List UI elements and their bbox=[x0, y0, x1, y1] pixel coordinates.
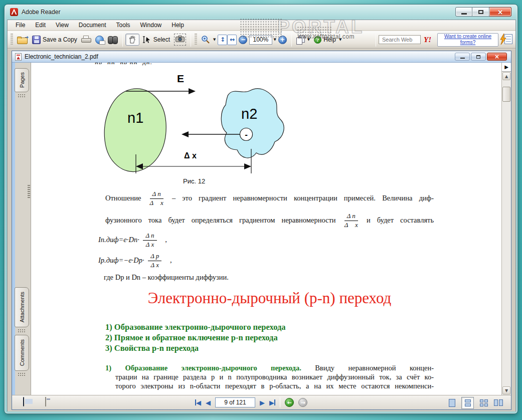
monitor-icon bbox=[23, 397, 24, 406]
continuous-view-icon bbox=[465, 399, 471, 406]
e-field-arrow-head bbox=[189, 88, 196, 94]
region-n1-blob bbox=[104, 89, 166, 172]
fit-height-button[interactable]: ↕ bbox=[218, 35, 227, 45]
menu-help[interactable]: Help bbox=[166, 20, 189, 30]
tab-attachments[interactable]: Attachments bbox=[15, 287, 29, 327]
fullscreen-mode-button[interactable] bbox=[23, 397, 24, 406]
menu-file[interactable]: File bbox=[11, 20, 30, 30]
print-button[interactable] bbox=[79, 35, 93, 45]
tab-pages[interactable]: Pages bbox=[15, 68, 29, 92]
electron-minus-sign: - bbox=[245, 130, 248, 139]
help-dropdown-icon[interactable]: ▼ bbox=[339, 38, 341, 42]
yahoo-icon[interactable]: Y! bbox=[424, 36, 431, 44]
adobe-reader-window: Adobe Reader × File Edit View Document T… bbox=[4, 4, 518, 414]
tab-grip bbox=[18, 372, 26, 377]
zoom-out-button[interactable]: − bbox=[237, 35, 249, 45]
zoom-tool-button[interactable]: ▼ bbox=[199, 34, 218, 45]
doc-minimize-button[interactable] bbox=[455, 53, 470, 61]
tab-grip bbox=[18, 94, 26, 98]
scroll-thumb[interactable] bbox=[502, 87, 510, 102]
article-next-button[interactable]: ▶ bbox=[502, 63, 511, 72]
tab-comments-label: Comments bbox=[19, 339, 25, 366]
snapshot-tool-button[interactable] bbox=[172, 33, 188, 47]
region-n1-label: n1 bbox=[127, 110, 143, 126]
paragraph-line: фузионного тока будет определяться гради… bbox=[105, 213, 434, 229]
title-bar[interactable]: Adobe Reader × bbox=[5, 5, 517, 20]
fit-width-button[interactable]: ↔ bbox=[227, 35, 237, 45]
select-label: Select bbox=[153, 36, 170, 43]
printer-icon bbox=[81, 36, 91, 44]
menu-window[interactable]: Window bbox=[135, 20, 167, 30]
zoom-tool-dropdown-icon[interactable]: ▼ bbox=[213, 38, 216, 42]
help-icon: ? bbox=[314, 36, 321, 44]
page-number-input[interactable] bbox=[215, 397, 255, 407]
diffusion-coefficients-note: где Dp и Dn – коэффициенты диффузии. bbox=[104, 273, 229, 282]
scroll-down-button[interactable]: ▼ bbox=[502, 386, 510, 394]
help-button[interactable]: ? Help ▼ bbox=[312, 35, 343, 45]
search-web-input[interactable] bbox=[379, 35, 421, 44]
tab-grip bbox=[18, 329, 26, 333]
toolbar-separator bbox=[191, 33, 191, 47]
continuous-facing-button[interactable] bbox=[480, 399, 488, 406]
snapshot-icon bbox=[174, 34, 186, 46]
formula-hole-diffusion: Ip.диф=−e·Dp· Δ pΔ x , bbox=[98, 253, 172, 269]
menu-document[interactable]: Document bbox=[74, 20, 111, 30]
facing-button[interactable] bbox=[494, 399, 503, 406]
close-icon: × bbox=[497, 8, 503, 16]
outline-item: 1) Образование электронно-дырочного пере… bbox=[105, 322, 286, 332]
help-label: Help bbox=[323, 36, 336, 43]
create-forms-link[interactable]: Want to create online forms? bbox=[437, 33, 498, 47]
email-icon bbox=[95, 36, 104, 44]
select-tool-icon bbox=[141, 36, 151, 44]
document-window: Electronic_technician_2.pdf × Pages bbox=[12, 51, 511, 410]
last-page-button[interactable]: ▶ bbox=[269, 399, 275, 406]
tab-comments[interactable]: Comments bbox=[15, 335, 29, 371]
drift-arrow-head bbox=[182, 131, 189, 137]
minimize-button[interactable] bbox=[455, 7, 472, 17]
menu-tools[interactable]: Tools bbox=[111, 20, 135, 30]
zoom-out-icon: − bbox=[239, 36, 247, 44]
maximize-button[interactable] bbox=[472, 7, 489, 17]
application-area: File Edit View Document Tools Window Hel… bbox=[7, 20, 516, 411]
page-display-dropdown-icon[interactable]: ▼ bbox=[307, 38, 310, 42]
doc-close-button[interactable]: × bbox=[487, 53, 507, 61]
zoom-level-combobox[interactable]: 100% ▼ bbox=[249, 35, 276, 45]
menu-edit[interactable]: Edit bbox=[30, 20, 51, 30]
select-tool-button[interactable]: Select bbox=[139, 35, 172, 45]
window-title: Adobe Reader bbox=[22, 9, 60, 16]
single-page-button[interactable] bbox=[449, 399, 455, 407]
zoom-level-value[interactable]: 100% bbox=[249, 35, 272, 45]
next-view-button[interactable]: → bbox=[298, 398, 307, 407]
doc-restore-button[interactable] bbox=[471, 53, 486, 61]
toolbar-grip[interactable] bbox=[195, 34, 197, 46]
document-title-bar[interactable]: Electronic_technician_2.pdf × bbox=[12, 51, 511, 63]
hide-toolbars-button[interactable] bbox=[45, 397, 46, 406]
pdf-page[interactable]: нв- нн- нв нн- дн. - bbox=[31, 63, 501, 395]
search-button[interactable] bbox=[106, 35, 120, 44]
toolbar-grip[interactable] bbox=[11, 34, 13, 46]
close-button[interactable]: × bbox=[489, 7, 511, 17]
hand-icon bbox=[128, 35, 137, 44]
next-page-button[interactable]: ▶ bbox=[260, 399, 265, 406]
save-a-copy-button[interactable]: Save a Copy bbox=[30, 35, 79, 45]
hand-tool-button[interactable] bbox=[125, 34, 139, 46]
previous-view-button[interactable]: ← bbox=[285, 398, 294, 407]
open-button[interactable]: ➔ bbox=[15, 35, 30, 45]
previous-page-button[interactable]: ◀ bbox=[206, 399, 211, 406]
continuous-facing-icon bbox=[480, 399, 488, 406]
create-forms-label: Want to create online forms? bbox=[440, 34, 496, 46]
section-title: Электронно-дырочный (p-n) переход bbox=[105, 289, 434, 307]
figure-caption: Рис. 12 bbox=[183, 177, 205, 185]
first-page-button[interactable]: ◀ bbox=[195, 399, 201, 406]
zoom-in-button[interactable]: + bbox=[276, 35, 289, 45]
continuous-view-button[interactable] bbox=[461, 397, 474, 409]
facing-icon bbox=[494, 399, 503, 406]
email-button[interactable] bbox=[93, 35, 106, 45]
menu-view[interactable]: View bbox=[51, 20, 74, 30]
delta-x-label: Δ x bbox=[184, 151, 197, 160]
pane-resize-grip[interactable] bbox=[28, 185, 30, 199]
scroll-up-button[interactable]: ▲ bbox=[502, 72, 510, 80]
document-title: Electronic_technician_2.pdf bbox=[25, 53, 98, 60]
outline-item: 2) Прямое и обратное включение p-n перех… bbox=[105, 333, 278, 343]
page-display-button[interactable]: ▼ bbox=[294, 35, 312, 45]
